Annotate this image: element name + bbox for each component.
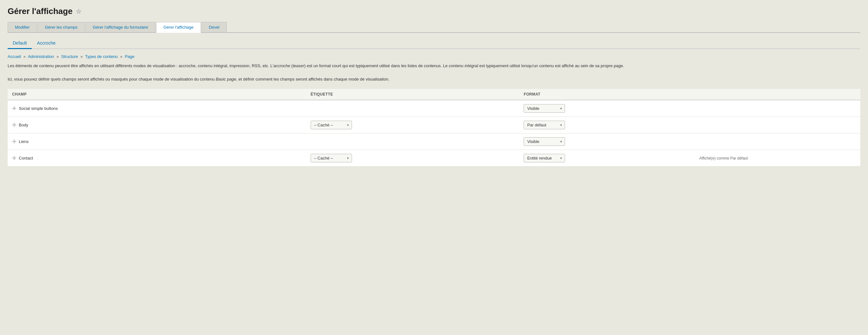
top-tabs: Modifier Gérer les champs Gérer l'affich… [8,22,860,33]
tab-gerer-champs[interactable]: Gérer les champs [37,22,85,32]
col-header-etiquette: ÉTIQUETTE [306,89,520,100]
star-icon[interactable]: ☆ [76,8,82,15]
breadcrumb-page[interactable]: Page [125,54,134,59]
drag-handle-contact[interactable]: ✛ [12,155,16,161]
format-select-contact[interactable]: Entité rendue Masqué Par défaut [524,154,565,162]
table-row: ✛ Liens Visible Masqué [8,134,860,150]
breadcrumb-administration[interactable]: Administration [28,54,54,59]
drag-handle-body[interactable]: ✛ [12,122,16,128]
breadcrumb-structure[interactable]: Structure [61,54,78,59]
page-title: Gérer l'affichage [8,6,72,16]
field-name-social: Social simple buttons [19,106,58,111]
drag-handle-liens[interactable]: ✛ [12,139,16,145]
format-select-body[interactable]: Par défaut Masqué [524,121,565,129]
etiquette-select-contact[interactable]: – Caché – Visible [311,154,352,162]
table-row: ✛ Social simple buttons Visible Masqué [8,100,860,117]
contact-note: Affiché(e) comme Par défaut [700,156,748,161]
etiquette-cell-liens [306,134,520,150]
tab-gerer-affichage[interactable]: Gérer l'affichage [156,22,201,33]
col-header-extra [690,89,860,100]
tab-devel[interactable]: Devel [202,22,227,32]
fields-table: CHAMP ÉTIQUETTE FORMAT ✛ Social simple b… [8,89,860,167]
tab-gerer-affichage-formulaire[interactable]: Gérer l'affichage du formulaire [86,22,155,32]
drag-handle-social[interactable]: ✛ [12,105,16,111]
breadcrumb-types-contenu[interactable]: Types de contenu [85,54,118,59]
format-select-social[interactable]: Visible Masqué [524,104,565,113]
field-name-body: Body [19,122,28,128]
breadcrumb-accueil[interactable]: Accueil [8,54,21,59]
etiquette-select-body[interactable]: – Caché – Visible [311,121,352,129]
format-select-liens[interactable]: Visible Masqué [524,137,565,146]
etiquette-cell-social [306,100,520,117]
description: Les éléments de contenu peuvent être aff… [8,63,860,82]
tab-accroche[interactable]: Accroche [32,38,60,49]
col-header-format: FORMAT [519,89,690,100]
tab-default[interactable]: Default [8,38,32,49]
breadcrumb: Accueil » Administration » Structure » T… [8,54,860,59]
table-row: ✛ Body – Caché – Visible Pa [8,117,860,134]
field-name-contact: Contact [19,156,33,161]
field-name-liens: Liens [19,139,29,144]
col-header-champ: CHAMP [8,89,306,100]
table-row: ✛ Contact – Caché – Visible [8,150,860,167]
secondary-tabs: Default Accroche [8,38,860,49]
tab-modifier[interactable]: Modifier [8,22,37,32]
